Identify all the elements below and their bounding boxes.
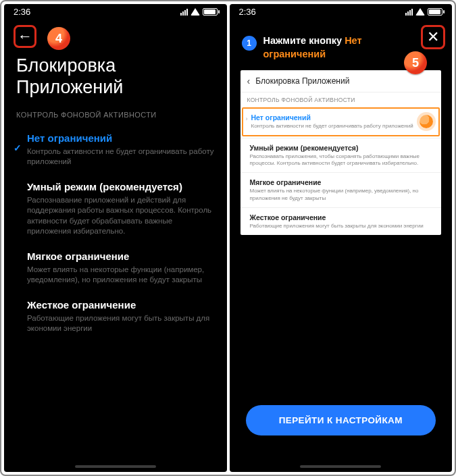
wifi-icon [191, 8, 200, 16]
card-option-title: Умный режим (рекомендуется) [250, 144, 435, 152]
callout-badge-4: 4 [47, 27, 70, 50]
signal-icon [180, 8, 188, 16]
page-title: Блокировка Приложений [4, 51, 227, 100]
option-desc: Распознавание приложений и действий для … [27, 195, 215, 237]
card-option-desc: Контроль активности не будет ограничиват… [251, 123, 415, 130]
right-phone: 2:36 1 Нажмите кнопку Нет ограничений ✕ … [230, 4, 453, 472]
card-title: Блокировка Приложений [255, 76, 349, 86]
section-header: КОНТРОЛЬ ФОНОВОЙ АКТИВНОСТИ [4, 100, 227, 126]
option-desc: Может влиять на некоторые функции (напри… [27, 265, 215, 286]
card-option-desc: Работающие приложения могут быть закрыты… [250, 223, 435, 230]
battery-icon [428, 8, 442, 16]
wifi-icon [415, 8, 425, 16]
preview-card: ‹ Блокировка Приложений КОНТРОЛЬ ФОНОВОЙ… [240, 70, 442, 235]
card-option-smart[interactable]: Умный режим (рекомендуется) Распознавать… [240, 138, 442, 173]
option-title: Жесткое ограничение [27, 299, 215, 311]
option-hard-limit[interactable]: Жесткое ограничение Работающие приложени… [4, 292, 227, 341]
status-time: 2:36 [14, 7, 30, 17]
status-time: 2:36 [239, 7, 256, 17]
card-option-desc: Распознавать приложения, чтобы сохранять… [250, 153, 435, 167]
back-button[interactable]: ← [14, 25, 36, 48]
option-title: Нет ограничений [27, 132, 215, 144]
option-desc: Контроль активности не будет ограничиват… [27, 147, 215, 167]
card-option-title: Нет ограничений [251, 113, 415, 122]
home-indicator[interactable] [75, 465, 156, 468]
signal-icon [405, 8, 413, 16]
home-indicator[interactable] [300, 465, 381, 468]
option-smart-mode[interactable]: Умный режим (рекомендуется) Распознавани… [4, 174, 227, 244]
option-desc: Работающие приложения могут быть закрыты… [27, 313, 215, 334]
close-button[interactable]: ✕ [421, 25, 445, 49]
status-bar: 2:36 [4, 4, 227, 18]
step-badge: 1 [242, 36, 257, 51]
card-option-hard[interactable]: Жесткое ограничение Работающие приложени… [240, 207, 442, 235]
arrow-left-icon: ← [18, 29, 32, 44]
close-icon: ✕ [427, 30, 439, 45]
card-option-no-limit[interactable]: › Нет ограничений Контроль активности не… [242, 107, 440, 136]
card-option-soft[interactable]: Мягкое ограничение Может влиять на некот… [240, 172, 442, 207]
go-to-settings-button[interactable]: ПЕРЕЙТИ К НАСТРОЙКАМ [246, 405, 436, 435]
status-bar: 2:36 [230, 4, 453, 18]
option-title: Мягкое ограничение [27, 250, 215, 262]
chevron-right-icon: › [246, 115, 248, 122]
left-phone: 2:36 ← Блокировка Приложений КОНТРОЛЬ ФО… [4, 4, 227, 472]
option-no-limit[interactable]: Нет ограничений Контроль активности не б… [4, 126, 227, 174]
card-option-title: Мягкое ограничение [250, 178, 435, 186]
battery-icon [203, 8, 218, 16]
card-option-desc: Может влиять на некоторые функции (напри… [250, 188, 435, 202]
option-title: Умный режим (рекомендуется) [27, 181, 215, 192]
card-subheader: КОНТРОЛЬ ФОНОВОЙ АКТИВНОСТИ [240, 92, 442, 106]
callout-badge-5: 5 [404, 51, 427, 74]
chevron-left-icon: ‹ [247, 76, 251, 86]
card-option-title: Жесткое ограничение [250, 213, 435, 221]
option-soft-limit[interactable]: Мягкое ограничение Может влиять на некот… [4, 244, 227, 292]
